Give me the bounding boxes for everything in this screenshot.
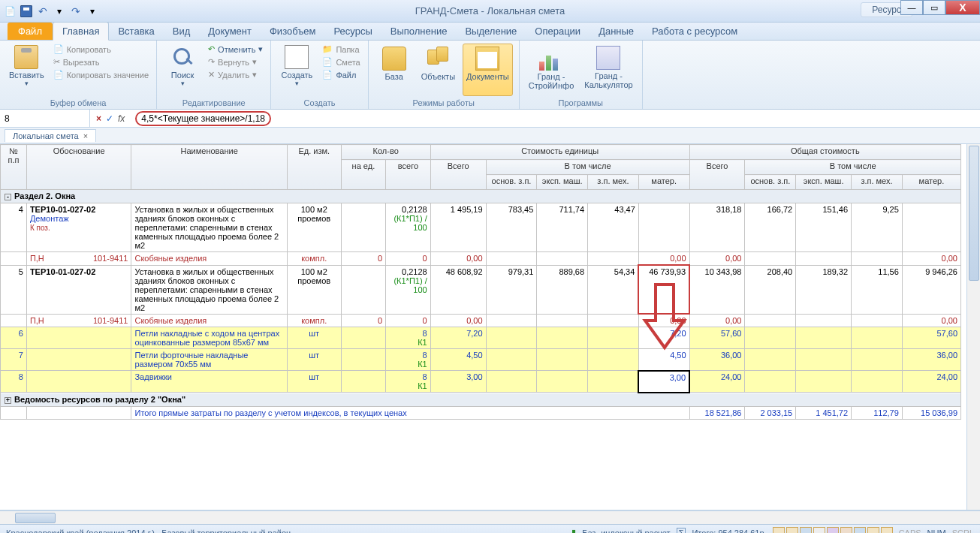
status-icons[interactable] xyxy=(773,527,893,534)
vertical-scrollbar[interactable] xyxy=(966,144,980,510)
header-qty-unit[interactable]: на ед. xyxy=(341,160,386,190)
header-tmat[interactable]: матер. xyxy=(902,175,960,190)
horizontal-scrollbar[interactable] xyxy=(0,510,980,524)
tab-data[interactable]: Данные xyxy=(590,23,643,40)
group-modes: База Объекты Документы Режимы работы xyxy=(369,41,520,109)
sigma-icon[interactable]: Σ xyxy=(677,528,686,534)
header-uozp[interactable]: основ. з.п. xyxy=(486,175,537,190)
header-tincl[interactable]: В том числе xyxy=(745,160,961,175)
status-bar: Краснодарский край (редакция 2014 г.) Ба… xyxy=(0,524,980,533)
accept-formula-icon[interactable]: ✓ xyxy=(106,113,113,124)
table-row[interactable]: 7 Петли форточные накладные размером 70х… xyxy=(1,349,961,371)
minimize-button[interactable]: — xyxy=(900,0,923,15)
status-mode[interactable]: Баз.-индексный расчет xyxy=(582,528,670,534)
close-button[interactable]: X xyxy=(945,0,980,15)
status-num: NUM xyxy=(927,528,946,534)
delete-button[interactable]: ✕ Удалить ▾ xyxy=(207,69,264,80)
header-name[interactable]: Наименование xyxy=(131,145,287,190)
tab-insert[interactable]: Вставка xyxy=(109,23,163,40)
table-row[interactable]: 4 ТЕР10-01-027-02ДемонтажК поз. Установк… xyxy=(1,203,961,252)
group-programs: Гранд - СтройИнфо Гранд - Калькулятор Пр… xyxy=(520,41,643,109)
base-button[interactable]: База xyxy=(375,44,414,96)
tab-fizobem[interactable]: Физобъем xyxy=(261,23,325,40)
app-icon: 📄 xyxy=(3,5,17,18)
header-uincl[interactable]: В том числе xyxy=(486,160,689,175)
status-scrl: SCRL xyxy=(952,528,974,534)
header-uzpm[interactable]: з.п. мех. xyxy=(588,175,639,190)
table-row[interactable]: П,Н 101-9411 Скобяные изделия компл. 0 0… xyxy=(1,314,961,327)
document-icon xyxy=(285,45,309,69)
cut-button[interactable]: ✂ Вырезать xyxy=(52,56,150,68)
name-box[interactable]: 8 xyxy=(0,110,90,127)
tab-operations[interactable]: Операции xyxy=(526,23,590,40)
redo-button[interactable]: ↷ Вернуть ▾ xyxy=(207,56,264,68)
qat-dropdown-icon[interactable]: ▾ xyxy=(53,5,66,18)
header-umat[interactable]: матер. xyxy=(638,175,689,190)
document-tab[interactable]: Локальная смета× xyxy=(5,129,96,142)
grid[interactable]: № п.п Обоснование Наименование Ед. изм. … xyxy=(0,144,980,510)
maximize-button[interactable]: ▭ xyxy=(923,0,945,15)
undo-icon[interactable]: ↶ xyxy=(36,5,50,18)
copy-value-button[interactable]: 📄 Копировать значение xyxy=(52,69,150,80)
section-row[interactable]: - Раздел 2. Окна xyxy=(1,190,961,203)
header-ttotal[interactable]: Всего xyxy=(689,160,745,190)
find-button[interactable]: Поиск ▾ xyxy=(163,44,202,96)
save-icon[interactable] xyxy=(20,5,33,18)
file-button[interactable]: 📄 Файл xyxy=(321,69,361,80)
header-qty-total[interactable]: всего xyxy=(386,160,431,190)
cancel-formula-icon[interactable]: × xyxy=(96,113,101,124)
header-num[interactable]: № п.п xyxy=(1,145,27,190)
app-title: ГРАНД-Смета - Локальная смета xyxy=(415,5,565,17)
tab-document[interactable]: Документ xyxy=(199,23,261,40)
table-row[interactable]: П,Н 101-9411 Скобяные изделия компл. 0 0… xyxy=(1,252,961,266)
header-tzpm[interactable]: з.п. мех. xyxy=(852,175,903,190)
qat-more-icon[interactable]: ▾ xyxy=(86,5,99,18)
header-tozp[interactable]: основ. з.п. xyxy=(745,175,796,190)
group-label: Редактирование xyxy=(163,98,264,107)
folder-button[interactable]: 📁 Папка xyxy=(321,44,361,55)
stroyinfo-button[interactable]: Гранд - СтройИнфо xyxy=(526,44,577,96)
group-edit: Поиск ▾ ↶ Отменить ▾ ↷ Вернуть ▾ ✕ Удали… xyxy=(157,41,271,109)
group-clipboard: Вставить ▾ 📄 Копировать ✂ Вырезать 📄 Коп… xyxy=(0,41,157,109)
vedomost-row[interactable]: + Ведомость ресурсов по разделу 2 "Окна" xyxy=(1,393,961,407)
table-row[interactable]: 6 Петли накладные с ходом на центрах оци… xyxy=(1,327,961,349)
collapse-icon[interactable]: - xyxy=(5,194,11,200)
status-indicator-icon: ▮ xyxy=(571,528,576,533)
header-qty[interactable]: Кол-во xyxy=(341,145,430,160)
paste-button[interactable]: Вставить ▾ xyxy=(6,44,47,96)
calculator-button[interactable]: Гранд - Калькулятор xyxy=(581,44,635,96)
formula-bar: 8 × ✓ fx 4,5*<Текущее значение>/1,18 xyxy=(0,110,980,128)
fx-icon[interactable]: fx xyxy=(118,113,125,124)
objects-button[interactable]: Объекты xyxy=(418,44,458,96)
documents-button[interactable]: Документы xyxy=(463,44,513,96)
tab-resource-work[interactable]: Работа с ресурсом xyxy=(643,23,746,40)
copy-button[interactable]: 📄 Копировать xyxy=(52,44,150,55)
undo-button[interactable]: ↶ Отменить ▾ xyxy=(207,44,264,55)
close-tab-icon[interactable]: × xyxy=(83,131,88,140)
tab-execution[interactable]: Выполнение xyxy=(381,23,457,40)
expand-icon[interactable]: + xyxy=(5,397,11,404)
smeta-button[interactable]: 📄 Смета xyxy=(321,56,361,68)
selected-cell: 3,00 xyxy=(638,371,689,393)
tab-view[interactable]: Вид xyxy=(164,23,200,40)
header-tcost[interactable]: Общая стоимость xyxy=(689,145,960,160)
formula-input[interactable]: 4,5*<Текущее значение>/1,18 xyxy=(131,112,980,125)
redo-icon[interactable]: ↷ xyxy=(69,5,83,18)
header-ucost[interactable]: Стоимость единицы xyxy=(430,145,689,160)
paste-icon xyxy=(14,45,38,69)
documents-icon xyxy=(475,47,499,71)
header-unit[interactable]: Ед. изм. xyxy=(287,145,341,190)
table-row-selected[interactable]: 8 Задвижки шт 8К1 3,00 3,00 24,00 24,00 xyxy=(1,371,961,393)
tab-main[interactable]: Главная xyxy=(53,22,109,41)
status-district: Базовый территориальный район xyxy=(161,528,291,534)
header-tem[interactable]: эксп. маш. xyxy=(796,175,852,190)
tab-selection[interactable]: Выделение xyxy=(456,23,526,40)
tab-resources[interactable]: Ресурсы xyxy=(324,23,381,40)
summary-row[interactable]: Итого прямые затраты по разделу с учетом… xyxy=(1,406,961,419)
create-button[interactable]: Создать ▾ xyxy=(277,44,316,96)
header-utotal[interactable]: Всего xyxy=(430,160,486,190)
table-row[interactable]: 5 ТЕР10-01-027-02 Установка в жилых и об… xyxy=(1,265,961,314)
header-uem[interactable]: эксп. маш. xyxy=(537,175,588,190)
file-tab[interactable]: Файл xyxy=(8,23,53,40)
header-basis[interactable]: Обоснование xyxy=(26,145,131,190)
